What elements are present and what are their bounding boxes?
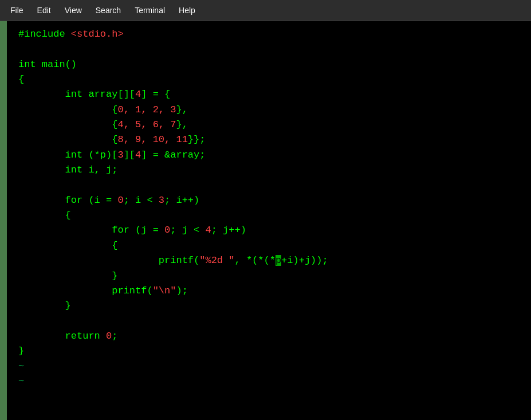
row1-vals: 4, 5, 6, 7: [117, 119, 176, 130]
brace-open: {: [18, 74, 24, 85]
row2-vals: 8, 9, 10, 11: [117, 134, 187, 145]
ptr-decl: int (*p)[: [18, 150, 117, 160]
inner-close: }: [18, 270, 117, 281]
menu-search[interactable]: Search: [90, 3, 127, 17]
menu-edit[interactable]: Edit: [32, 3, 57, 17]
code-line-vars: int i, j;: [18, 163, 520, 178]
menu-view[interactable]: View: [59, 3, 88, 17]
for-inner-4: 4: [205, 225, 211, 235]
code-line-outer-close: }: [18, 299, 520, 313]
code-line-pointer: int (*p)[3][4] = &array;: [18, 148, 520, 163]
printf-nl-kw: printf(: [18, 285, 153, 296]
code-line-main-close: }: [18, 344, 520, 359]
row0-end: },: [176, 104, 187, 115]
code-line-array-decl: int array[][4] = {: [18, 87, 520, 102]
code-line-row2: {8, 9, 10, 11}};: [18, 132, 520, 147]
for-outer-3: 3: [159, 195, 164, 206]
ptr-dim1: 3: [117, 150, 123, 160]
code-line-for-inner: for (j = 0; j < 4; j++): [18, 223, 520, 238]
code-line-tilde-1: ~: [18, 359, 520, 374]
p-cursor: p: [276, 255, 281, 266]
for-outer-inc: ; i++): [164, 195, 199, 206]
row0-vals: 0, 1, 2, 3: [117, 104, 176, 115]
printf-nl-str: "\n": [153, 285, 176, 296]
row2-end: }};: [188, 134, 206, 145]
ptr-dim2: 4: [135, 150, 141, 160]
printf-fmt: "%2d ": [199, 255, 234, 266]
for-inner-kw: for (j =: [18, 225, 164, 235]
array-size: 4: [135, 89, 141, 100]
return-val: 0: [106, 331, 112, 342]
code-line-row1: {4, 5, 6, 7},: [18, 117, 520, 132]
for-inner-0: 0: [164, 225, 170, 235]
row2-brace: {: [18, 134, 117, 145]
code-line-tilde-2: ~: [18, 374, 520, 389]
code-line-inner-close: }: [18, 269, 520, 284]
code-line-brace-open: {: [18, 72, 520, 87]
menu-file[interactable]: File: [5, 3, 29, 17]
code-area[interactable]: #include <stdio.h> int main() { int arra…: [7, 21, 531, 420]
left-gutter: [0, 21, 7, 420]
include-header: <stdio.h>: [71, 29, 124, 40]
printf-rest: +i)+j));: [281, 255, 328, 266]
code-line-blank-3: [18, 314, 520, 329]
printf-kw: printf(: [18, 255, 199, 266]
outer-brace: {: [18, 210, 71, 221]
vars-decl: int i, j;: [18, 164, 117, 175]
code-line-1: #include <stdio.h>: [18, 27, 520, 42]
for-inner-semi1: ; j <: [170, 225, 205, 235]
ptr-decl3: ] = &array;: [141, 150, 205, 160]
code-line-for-outer: for (i = 0; i < 3; i++): [18, 193, 520, 208]
menubar: File Edit View Search Terminal Help: [0, 0, 531, 21]
return-semi: ;: [112, 331, 117, 342]
inner-brace: {: [18, 240, 117, 251]
menu-help[interactable]: Help: [173, 3, 201, 17]
code-line-printf: printf("%2d ", *(*(*p+i)+j));: [18, 253, 520, 268]
code-line-main: int main(): [18, 57, 520, 72]
code-line-inner-brace: {: [18, 238, 520, 253]
code-line-blank-1: [18, 42, 520, 57]
code-line-return: return 0;: [18, 329, 520, 344]
row1-end: },: [176, 119, 187, 130]
array-decl-kw: int array[][: [18, 89, 135, 100]
outer-close: }: [18, 300, 71, 311]
editor-container: #include <stdio.h> int main() { int arra…: [0, 21, 531, 420]
for-outer-semi1: ; i <: [124, 195, 159, 206]
row0-brace: {: [18, 104, 117, 115]
printf-comma: , *(*(*: [234, 255, 275, 266]
menu-terminal[interactable]: Terminal: [129, 3, 171, 17]
include-keyword: #include: [18, 29, 71, 40]
array-decl-kw2: ] = {: [141, 89, 170, 100]
code-line-printf-nl: printf("\n");: [18, 284, 520, 299]
code-line-row0: {0, 1, 2, 3},: [18, 103, 520, 117]
ptr-decl2: ][: [124, 150, 135, 160]
return-kw: return: [18, 331, 106, 342]
for-outer-kw: for (i =: [18, 195, 117, 206]
for-outer-0: 0: [117, 195, 123, 206]
code-line-blank-2: [18, 178, 520, 193]
main-func: int main(): [18, 59, 77, 70]
printf-nl-end: );: [176, 285, 187, 296]
code-line-outer-brace: {: [18, 208, 520, 223]
main-close: }: [18, 346, 24, 356]
row1-brace: {: [18, 119, 117, 130]
for-inner-inc: ; j++): [211, 225, 246, 235]
